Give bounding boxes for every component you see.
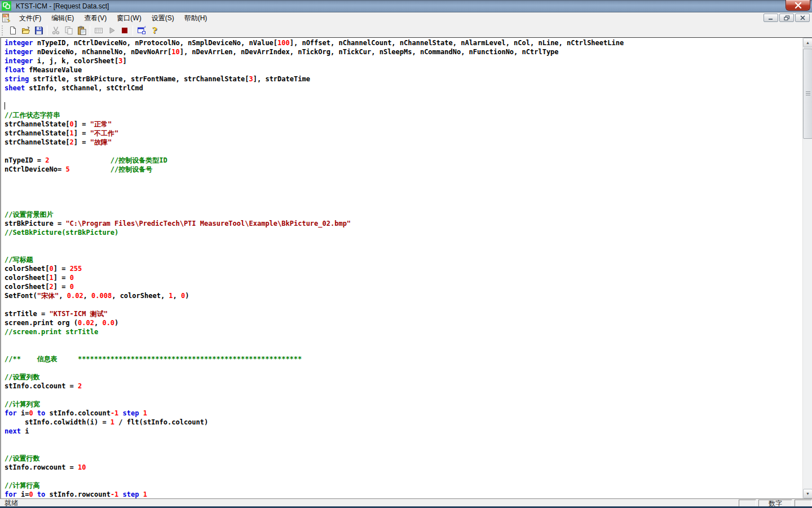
code-line: //** 信息表 *******************************…	[5, 354, 802, 364]
scrollbar-thumb[interactable]	[803, 49, 812, 139]
open-file-icon[interactable]	[19, 24, 32, 37]
svg-text:2: 2	[144, 26, 145, 28]
code-line	[5, 391, 802, 400]
code-line	[5, 174, 802, 183]
code-line: screen.print org (0.02, 0.0)	[5, 318, 802, 327]
code-line: string strTitle, strBkPicture, strFontNa…	[5, 75, 802, 84]
new-file-icon[interactable]	[6, 24, 19, 37]
code-line	[5, 147, 802, 156]
code-line: strBkPicture = "C:\Program Files\PredicT…	[5, 219, 802, 228]
code-line: SetFont("宋体", 0.02, 0.008, colorSheet, 1…	[5, 291, 802, 300]
menu-bar: SCT 文件(F)编辑(E)查看(V)窗口(W)设置(S)帮助(H)	[0, 12, 812, 24]
code-line: //SetBkPicture(strBkPicture)	[5, 228, 802, 237]
code-line	[5, 336, 802, 345]
code-line: integer nTypeID, nCtrlDeviceNo, nProtoco…	[5, 38, 802, 47]
code-line: strTitle = "KTST-ICM 测试"	[5, 309, 802, 318]
scrollbar-grip-icon	[806, 91, 810, 96]
svg-text:?: ?	[152, 26, 157, 35]
code-line: nCtrlDeviceNo= 5 //控制设备号	[5, 165, 802, 174]
text-caret	[5, 102, 5, 110]
code-line: stInfo.colcount = 2	[5, 382, 802, 391]
code-line	[5, 445, 802, 454]
code-line: //设置行数	[5, 454, 802, 463]
window-close-button[interactable]	[785, 0, 810, 11]
code-line: //工作状态字符串	[5, 111, 802, 120]
menu-help[interactable]: 帮助(H)	[179, 12, 213, 24]
code-line: next i	[5, 427, 802, 436]
toolbar: 2??	[0, 24, 812, 37]
copy-icon	[62, 24, 75, 37]
app-window: KTST-ICM - [Request Data.sct] SCT 文件(F)编…	[0, 0, 812, 508]
toolbar-items: 2??	[6, 24, 161, 37]
help-icon[interactable]: ??	[148, 24, 161, 37]
code-line: strChannelState[0] = "正常"	[5, 120, 802, 129]
status-panels: 数字	[739, 500, 812, 506]
run-icon	[105, 24, 118, 37]
code-line: //计算列宽	[5, 400, 802, 409]
code-area[interactable]: integer nTypeID, nCtrlDeviceNo, nProtoco…	[1, 38, 802, 498]
code-line	[5, 93, 802, 102]
code-line: strChannelState[1] = "不工作"	[5, 129, 802, 138]
code-line	[5, 102, 802, 111]
code-editor: integer nTypeID, nCtrlDeviceNo, nProtoco…	[0, 37, 812, 498]
code-line: stInfo.rowcount = 10	[5, 463, 802, 472]
window-title: KTST-ICM - [Request Data.sct]	[16, 2, 109, 10]
code-line	[5, 364, 802, 373]
restore-icon	[784, 15, 790, 21]
code-line: for i=0 to stInfo.colcount-1 step 1	[5, 409, 802, 418]
toolbar-separator	[47, 25, 47, 36]
code-line: for i=0 to stInfo.rowcount-1 step 1	[5, 490, 802, 498]
menu-edit[interactable]: 编辑(E)	[46, 12, 79, 24]
mdi-window-buttons	[764, 14, 810, 22]
app-icon	[2, 1, 11, 11]
toolbar-separator	[133, 25, 133, 36]
menu-settings[interactable]: 设置(S)	[147, 12, 179, 24]
script-document-icon: SCT	[2, 14, 11, 23]
status-panel-empty-2	[795, 500, 812, 506]
code-line: nTypeID = 2 //控制设备类型ID	[5, 156, 802, 165]
title-bar: KTST-ICM - [Request Data.sct]	[0, 0, 812, 12]
mdi-restore-button[interactable]	[779, 14, 794, 22]
mdi-close-button[interactable]	[795, 14, 810, 22]
svg-text:SCT: SCT	[3, 15, 8, 17]
status-bar: 就绪 数字	[0, 498, 812, 506]
code-line: integer i, j, k, colorSheet[3]	[5, 56, 802, 65]
code-line: //计算行高	[5, 481, 802, 490]
vertical-scrollbar[interactable]: ▲ ▼	[802, 38, 812, 498]
code-line: stInfo.colwidth(i) = 1 / flt(stInfo.colc…	[5, 418, 802, 427]
code-line	[5, 246, 802, 255]
toolbar-grip[interactable]	[2, 25, 5, 36]
code-line: colorSheet[0] = 255	[5, 264, 802, 273]
scroll-up-button[interactable]: ▲	[803, 38, 812, 47]
code-line	[5, 472, 802, 481]
code-line: sheet stInfo, stChannel, stCtrlCmd	[5, 84, 802, 93]
menu-file[interactable]: 文件(F)	[14, 12, 46, 24]
menu-view[interactable]: 查看(V)	[79, 12, 112, 24]
code-line	[5, 436, 802, 445]
scroll-down-button[interactable]: ▼	[803, 489, 812, 498]
code-line: strChannelState[2] = "故障"	[5, 138, 802, 147]
code-line: colorSheet[1] = 0	[5, 273, 802, 282]
code-line	[5, 237, 802, 246]
numlock-indicator: 数字	[758, 500, 792, 506]
menu-window[interactable]: 窗口(W)	[112, 12, 146, 24]
code-line	[5, 183, 802, 192]
status-message: 就绪	[5, 499, 18, 506]
code-line	[5, 345, 802, 354]
save-icon[interactable]	[32, 24, 45, 37]
code-line: //设置背景图片	[5, 210, 802, 219]
compile-icon	[92, 24, 105, 37]
code-line	[5, 300, 802, 309]
code-line: //写标题	[5, 255, 802, 264]
code-line	[5, 201, 802, 210]
code-line	[5, 192, 802, 201]
code-line: //设置列数	[5, 373, 802, 382]
paste-icon[interactable]	[75, 24, 88, 37]
cut-icon	[49, 24, 62, 37]
mdi-minimize-button[interactable]	[764, 14, 778, 22]
status-panel-empty	[739, 500, 756, 506]
window-switch-icon[interactable]: 2	[135, 24, 148, 37]
menu-items: 文件(F)编辑(E)查看(V)窗口(W)设置(S)帮助(H)	[14, 12, 212, 24]
close-icon	[800, 15, 805, 20]
stop-icon[interactable]	[118, 24, 131, 37]
